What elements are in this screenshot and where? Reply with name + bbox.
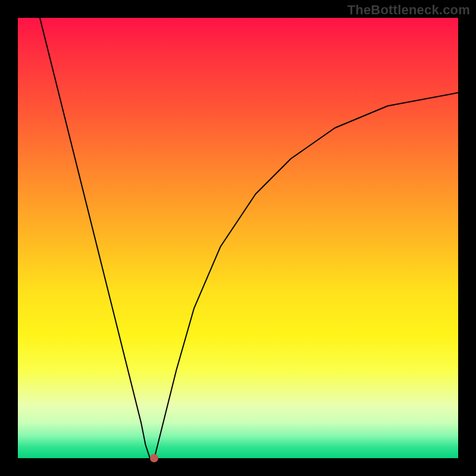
curve-svg bbox=[18, 18, 458, 458]
chart-frame: TheBottleneck.com bbox=[0, 0, 476, 476]
watermark-text: TheBottleneck.com bbox=[347, 2, 470, 18]
plot-area bbox=[18, 18, 458, 458]
bottleneck-curve bbox=[40, 18, 458, 458]
minimum-marker bbox=[150, 454, 158, 462]
